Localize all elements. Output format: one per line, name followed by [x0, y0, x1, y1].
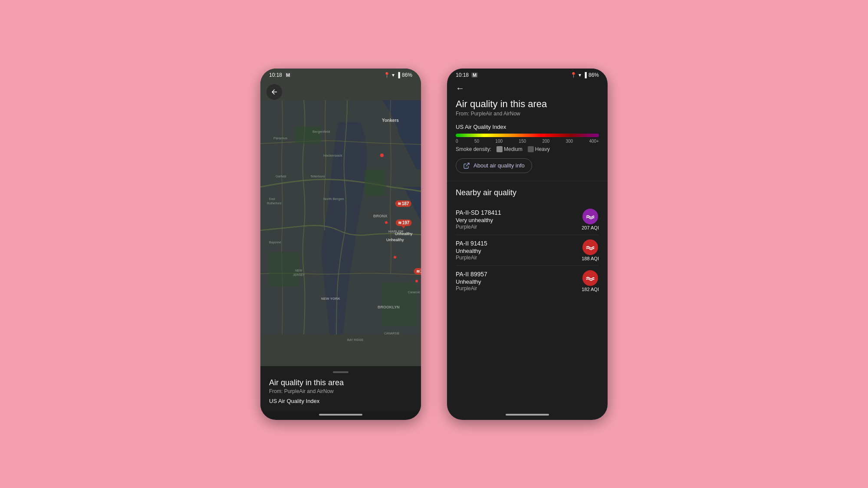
detail-title: Air quality in this area — [456, 98, 599, 110]
aqi-val-1: 188 AQI — [582, 256, 599, 261]
aqi-gradient-bar — [456, 134, 599, 137]
nearby-station-0: PA-II-SD 178411 — [456, 209, 582, 216]
svg-line-24 — [466, 163, 469, 166]
nearby-station-2: PA-II 89957 — [456, 271, 582, 278]
aqi-wave-icon-1 — [585, 242, 595, 252]
aqi-circle-1 — [582, 239, 598, 255]
battery-right: 86% — [589, 72, 599, 78]
home-indicator-left — [319, 414, 362, 416]
nearby-info-2: PA-II 89957 Unhealthy PurpleAir — [456, 271, 582, 291]
nearby-station-1: PA-II 91415 — [456, 240, 582, 247]
nearby-status-0: Very unhealthy — [456, 217, 582, 223]
svg-text:Garfield: Garfield — [276, 175, 286, 178]
wifi-icon-left: ▾ — [392, 72, 395, 78]
home-indicator-right — [506, 414, 549, 416]
nearby-info-0: PA-II-SD 178411 Very unhealthy PurpleAir — [456, 209, 582, 230]
map-label-unhealthy-bl: Unhealthy — [386, 238, 404, 242]
about-button-label: About air quality info — [473, 162, 525, 169]
aqi-val-2: 182 AQI — [582, 287, 599, 292]
svg-text:JERSEY: JERSEY — [293, 273, 305, 276]
left-phone: 10:18 M 📍 ▾ ▐ 86% — [260, 69, 421, 420]
aqi-pin-197[interactable]: ≋197 Unhealthy — [396, 219, 412, 229]
nearby-source-2: PurpleAir — [456, 285, 582, 291]
svg-rect-2 — [365, 170, 386, 196]
svg-text:East: East — [269, 197, 275, 200]
nearby-title: Nearby air quality — [456, 188, 599, 197]
signal-icon-left: ▐ — [396, 72, 400, 78]
aqi-bar-labels: 0 50 100 150 200 300 400+ — [456, 139, 599, 144]
external-link-icon — [463, 162, 470, 169]
sheet-index-label: US Air Quality Index — [269, 398, 412, 404]
back-arrow-icon — [270, 88, 278, 96]
wifi-icon-right: ▾ — [579, 72, 581, 78]
map-container[interactable]: Paramus Bergenfield Yonkers Hackensack G… — [260, 69, 421, 366]
pin-bubble-187: ≋187 — [395, 200, 411, 207]
detail-source: From: PurpleAir and AirNow — [456, 111, 599, 117]
svg-text:Yonkers: Yonkers — [382, 118, 399, 123]
smoke-medium-label: Medium — [504, 146, 523, 152]
right-phone: 10:18 M 📍 ▾ ▐ 86% ← Air quality in this … — [447, 69, 608, 420]
svg-text:BRONX: BRONX — [373, 214, 388, 218]
time-left: 10:18 — [269, 72, 282, 78]
aqi-circle-2 — [582, 270, 598, 286]
svg-text:BAY RIDGE: BAY RIDGE — [347, 338, 364, 341]
time-right: 10:18 — [456, 72, 469, 78]
sensor-dot-5 — [385, 221, 388, 224]
aqi-pin-187[interactable]: ≋187 — [395, 200, 411, 207]
svg-text:North Bergen: North Bergen — [323, 197, 344, 201]
aqi-val-0: 207 AQI — [582, 225, 599, 230]
svg-text:Bayonne: Bayonne — [269, 241, 281, 244]
about-air-quality-button[interactable]: About air quality info — [456, 158, 532, 173]
back-button-right[interactable]: ← — [456, 83, 464, 93]
nearby-status-2: Unhealthy — [456, 278, 582, 285]
pin-bubble-197: ≋197 — [396, 219, 412, 226]
aqi-pin-206[interactable]: ≋206 — [414, 268, 421, 275]
svg-text:Bergenfield: Bergenfield — [312, 130, 330, 134]
aqi-circle-0 — [582, 209, 598, 224]
aqi-wave-icon-2 — [585, 273, 595, 283]
aqi-bar-container: 0 50 100 150 200 300 400+ — [456, 134, 599, 144]
nearby-badge-2: 182 AQI — [582, 270, 599, 292]
smoke-density-label: Smoke density: — [456, 146, 491, 152]
sensor-dot-1 — [380, 154, 384, 157]
nearby-badge-0: 207 AQI — [582, 209, 599, 230]
nearby-status-1: Unhealthy — [456, 248, 582, 254]
smoke-medium: Medium — [496, 146, 523, 152]
svg-text:Canarsie: Canarsie — [408, 291, 420, 294]
location-icon-right: 📍 — [570, 72, 577, 78]
aqi-label-0: 0 — [456, 139, 458, 144]
signal-icon-right: ▐ — [583, 72, 587, 78]
svg-text:NEW YORK: NEW YORK — [321, 297, 340, 301]
section-divider — [447, 181, 608, 181]
bottom-sheet: Air quality in this area From: PurpleAir… — [260, 366, 421, 411]
back-button-left[interactable] — [266, 84, 282, 100]
smoke-heavy-swatch — [528, 146, 534, 152]
sensor-dot-6 — [394, 256, 396, 259]
smoke-heavy-label: Heavy — [535, 146, 550, 152]
detail-content: ← Air quality in this area From: PurpleA… — [447, 80, 608, 411]
gmail-icon-right: M — [471, 72, 478, 78]
location-icon-left: 📍 — [384, 72, 390, 78]
svg-text:Hackensack: Hackensack — [323, 154, 343, 157]
battery-left: 86% — [402, 72, 412, 78]
pin-label-197: Unhealthy — [395, 232, 413, 236]
svg-text:Rutherford: Rutherford — [267, 202, 281, 205]
svg-text:BROOKLYN: BROOKLYN — [378, 305, 400, 309]
aqi-label-50: 50 — [474, 139, 479, 144]
smoke-medium-swatch — [496, 146, 503, 152]
aqi-label-200: 200 — [542, 139, 549, 144]
map-background: Paramus Bergenfield Yonkers Hackensack G… — [260, 69, 421, 366]
sheet-subtitle: From: PurpleAir and AirNow — [269, 388, 412, 394]
aqi-label-150: 150 — [519, 139, 526, 144]
right-status-bar: 10:18 M 📍 ▾ ▐ 86% — [447, 69, 608, 80]
svg-rect-4 — [382, 282, 417, 326]
smoke-density-row: Smoke density: Medium Heavy — [456, 146, 599, 152]
aqi-label-400: 400+ — [589, 139, 599, 144]
aqi-wave-icon-0 — [585, 212, 595, 221]
sheet-title: Air quality in this area — [269, 378, 412, 387]
sensor-dot-8 — [415, 280, 418, 282]
svg-text:Teterboro: Teterboro — [310, 174, 325, 178]
nearby-source-1: PurpleAir — [456, 255, 582, 261]
aqi-label-100: 100 — [495, 139, 503, 144]
smoke-heavy: Heavy — [528, 146, 550, 152]
